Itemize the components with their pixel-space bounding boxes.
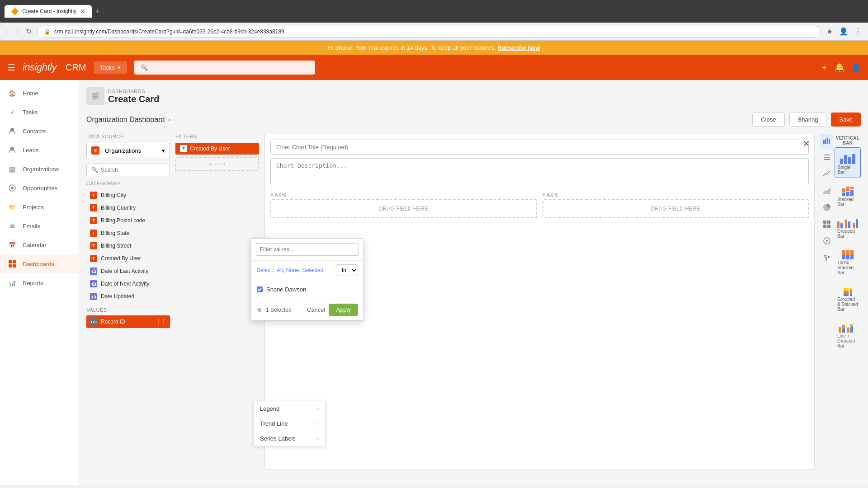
category-date-next-activity[interactable]: 📅 Date of Next Activity	[86, 277, 170, 290]
chart-type-single-bar[interactable]: Single Bar	[835, 147, 861, 178]
sidebar-item-leads[interactable]: Leads	[0, 141, 79, 160]
global-search-input[interactable]	[134, 61, 315, 75]
x-drop-zone[interactable]: DRAG FIELD HERE	[270, 199, 537, 218]
category-billing-street[interactable]: T Billing Street	[86, 239, 170, 252]
bar-chart-sidebar-icon[interactable]	[820, 134, 833, 149]
save-btn[interactable]: Save	[831, 113, 861, 127]
back-btn[interactable]: ‹	[5, 26, 10, 38]
notifications-btn[interactable]: 🔔	[835, 62, 844, 72]
home-icon: 🏠	[7, 88, 17, 98]
category-date-last-activity[interactable]: 📅 Date of Last Activity	[86, 265, 170, 277]
sidebar-item-projects[interactable]: 📁 Projects	[0, 197, 79, 216]
sidebar-item-calendar[interactable]: 📅 Calendar	[0, 235, 79, 254]
add-filter-icon: ＋ ⋯ ＋	[208, 160, 227, 168]
filter-in-select[interactable]: In	[336, 264, 358, 276]
chart-type-stacked-bar[interactable]: Stacked Bar	[835, 180, 861, 210]
category-billing-country[interactable]: T Billing Country	[86, 202, 170, 214]
context-menu-trend-line[interactable]: Trend Line ›	[254, 416, 325, 431]
hamburger-menu-btn[interactable]: ☰	[7, 62, 15, 73]
chart-type-grouped-bar[interactable]: Grouped Bar	[835, 211, 861, 241]
chart-type-grouped-stacked-bar[interactable]: Grouped & Stacked Bar	[835, 280, 861, 314]
data-source-dropdown[interactable]: ⊞ Organizations ▾	[86, 143, 170, 158]
address-bar[interactable]: 🔒 crm.na1.insightly.com/Dashboards/Creat…	[37, 26, 821, 38]
sidebar-item-contacts[interactable]: Contacts	[0, 122, 79, 141]
y-drop-zone[interactable]: DRAG FIELD HERE	[542, 199, 809, 218]
legend-arrow-icon: ›	[317, 405, 319, 412]
close-btn[interactable]: Close	[752, 113, 784, 127]
list-sidebar-icon[interactable]	[820, 150, 833, 165]
category-billing-postal[interactable]: T Billing Postal code	[86, 214, 170, 227]
ds-chevron-icon: ▾	[162, 147, 165, 154]
chart-title-input[interactable]	[270, 140, 809, 155]
grid-sidebar-icon[interactable]	[820, 217, 833, 232]
sidebar-item-organizations[interactable]: 🏢 Organizations	[0, 160, 79, 178]
category-billing-state[interactable]: T Billing State	[86, 227, 170, 239]
new-tab-btn[interactable]: +	[95, 7, 100, 16]
header-left: Organization Dashboard ›	[86, 116, 170, 124]
filter-cancel-btn[interactable]: Cancel	[307, 304, 325, 316]
100-stacked-bar-label: 100% Stacked Bar	[837, 260, 858, 275]
select-selected-link[interactable]: Selected	[302, 267, 324, 273]
num-type-icon: 123	[90, 318, 97, 325]
sidebar-item-reports[interactable]: 📊 Reports	[0, 273, 79, 292]
subscribe-link[interactable]: Subscribe Now	[498, 44, 540, 51]
sidebar-item-opportunities[interactable]: Opportunities	[0, 178, 79, 197]
sidebar-item-home[interactable]: 🏠 Home	[0, 84, 79, 103]
filter-chip-created-by[interactable]: T Created By User	[175, 143, 259, 155]
profile-btn[interactable]: 👤	[837, 25, 850, 38]
browser-tab[interactable]: 🔶 Create Card - Insightly ✕	[5, 5, 92, 18]
org-dashboard-link[interactable]: Organization Dashboard	[86, 116, 165, 124]
sidebar-label-projects: Projects	[23, 204, 44, 211]
context-menu-legend[interactable]: Legend ›	[254, 401, 325, 416]
app-body: 🏠 Home ✓ Tasks Contacts Leads 🏢 Organiza…	[0, 80, 868, 485]
category-billing-city[interactable]: T Billing City	[86, 189, 170, 202]
add-btn[interactable]: ＋	[820, 62, 828, 73]
gauge-sidebar-icon[interactable]	[820, 234, 833, 249]
bookmark-btn[interactable]: ★	[825, 25, 835, 38]
forward-btn[interactable]: ›	[14, 26, 20, 38]
sidebar-item-tasks[interactable]: ✓ Tasks	[0, 103, 79, 122]
select-all-link[interactable]: All	[277, 267, 284, 273]
svg-rect-6	[9, 264, 12, 267]
filter-list-item[interactable]: Shane Dawson	[257, 284, 358, 295]
pie-sidebar-icon[interactable]	[820, 201, 833, 216]
y-axis-label: Y AXIS	[542, 192, 809, 197]
sidebar-item-emails[interactable]: ✉ Emails	[0, 216, 79, 235]
reload-btn[interactable]: ↻	[24, 25, 33, 38]
chart-desc-input[interactable]	[270, 158, 809, 185]
filter-trash-icon[interactable]: 🗑	[257, 307, 262, 313]
category-search-box[interactable]: 🔍	[86, 164, 170, 176]
tasks-dropdown-btn[interactable]: Tasks ▾	[94, 61, 127, 74]
category-created-by-user[interactable]: T Created By User	[86, 252, 170, 265]
shane-dawson-checkbox[interactable]	[257, 286, 263, 292]
app-header: ☰ insightly CRM Tasks ▾ ＋ 🔔 👤	[0, 55, 868, 80]
browser-nav: ‹ › ↻ 🔒 crm.na1.insightly.com/Dashboards…	[0, 23, 868, 41]
context-menu-series-labels[interactable]: Series Labels ›	[254, 431, 325, 446]
svg-rect-5	[13, 260, 16, 263]
filter-add-btn[interactable]: ＋ ⋯ ＋	[175, 157, 259, 171]
area-sidebar-icon[interactable]	[820, 184, 833, 199]
category-search-input[interactable]	[101, 167, 169, 173]
filter-values-search-input[interactable]	[256, 243, 359, 256]
svg-rect-7	[13, 264, 16, 267]
chart-type-line-grouped-bar[interactable]: Line + Grouped Bar	[835, 316, 861, 351]
user-avatar-btn[interactable]: 👤	[851, 62, 861, 72]
single-bar-icon	[839, 150, 857, 164]
sidebar-item-dashboards[interactable]: Dashboards	[0, 254, 79, 273]
category-date-updated[interactable]: 📅 Date Updated	[86, 290, 170, 303]
value-record-id[interactable]: 123 Record ID ⋮⋮	[86, 315, 170, 328]
filter-apply-btn[interactable]: Apply	[329, 304, 358, 316]
emails-icon: ✉	[7, 221, 17, 231]
sharing-btn[interactable]: Sharing	[789, 113, 827, 127]
select-none-link[interactable]: None	[286, 267, 301, 273]
category-label: Date Updated	[101, 293, 134, 300]
contacts-icon	[7, 126, 17, 136]
tab-close-btn[interactable]: ✕	[80, 8, 85, 15]
menu-btn[interactable]: ⋮	[853, 25, 863, 38]
chart-type-100-stacked-bar[interactable]: 100% Stacked Bar	[835, 243, 861, 278]
card-editor: DATA SOURCE ⊞ Organizations ▾ 🔍 CATEGORI…	[86, 134, 861, 470]
scatter-sidebar-icon[interactable]	[820, 251, 833, 266]
sidebar-label-organizations: Organizations	[23, 166, 59, 173]
data-source-label: DATA SOURCE	[86, 134, 170, 139]
line-sidebar-icon[interactable]	[820, 167, 833, 182]
